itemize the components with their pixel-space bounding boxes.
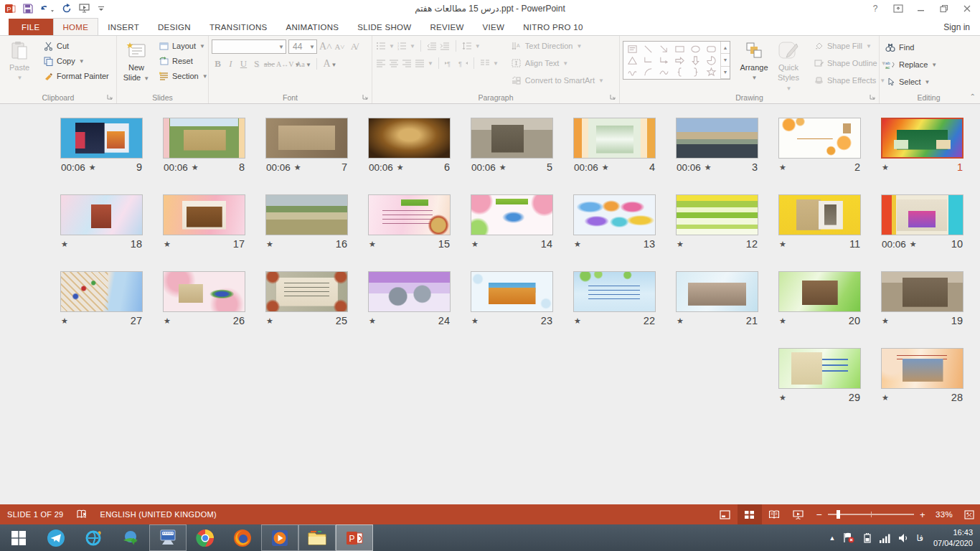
taskbar-onscreen-keyboard-icon[interactable] (149, 524, 187, 551)
tab-review[interactable]: REVIEW (420, 19, 473, 35)
restore-icon[interactable] (934, 1, 954, 16)
new-slide-button[interactable]: NewSlide ▼ (120, 37, 153, 83)
customize-qat-icon[interactable] (98, 5, 105, 12)
animation-star-icon[interactable]: ★ (779, 240, 786, 249)
slide-thumbnail-22[interactable] (573, 271, 656, 312)
animation-star-icon[interactable]: ★ (369, 240, 376, 249)
animation-star-icon[interactable]: ★ (499, 163, 507, 172)
animation-star-icon[interactable]: ★ (369, 316, 376, 326)
collapse-ribbon-icon[interactable]: ⌃ (970, 93, 976, 100)
animation-star-icon[interactable]: ★ (266, 316, 273, 326)
tab-animations[interactable]: ANIMATIONS (277, 19, 349, 35)
line-shape-icon[interactable] (641, 43, 656, 55)
slide-thumbnail-14[interactable] (471, 194, 553, 235)
shape-fill-button[interactable]: Shape Fill▼ (811, 39, 889, 53)
animation-star-icon[interactable]: ★ (882, 393, 889, 402)
slide-thumbnail-3[interactable] (676, 118, 758, 159)
slide-thumbnail-18[interactable] (60, 194, 143, 235)
slide-thumbnail-24[interactable] (368, 271, 451, 312)
taskbar-clock[interactable]: 16:43 07/04/2020 (930, 527, 973, 548)
change-case-button[interactable]: Aa▼ (294, 60, 313, 68)
arrange-dropdown-arrow[interactable]: ▼ (752, 75, 758, 82)
copy-dropdown-arrow[interactable]: ▼ (79, 58, 85, 65)
tab-view[interactable]: VIEW (473, 19, 514, 35)
font-color-button[interactable]: A▼ (321, 58, 339, 70)
save-icon[interactable] (23, 4, 33, 14)
elbow-arrow-connector-shape-icon[interactable] (656, 55, 672, 66)
isosceles-triangle-shape-icon[interactable] (625, 55, 641, 66)
action-center-flag-icon[interactable] (843, 532, 854, 543)
justify-button[interactable] (414, 57, 425, 69)
help-icon[interactable]: ? (865, 1, 885, 16)
rectangle-shape-icon[interactable] (672, 43, 688, 55)
slide-thumbnail-4[interactable] (573, 118, 656, 159)
align-right-button[interactable] (401, 57, 413, 69)
italic-button[interactable]: I (225, 58, 237, 70)
animation-star-icon[interactable]: ★ (779, 316, 786, 326)
animation-star-icon[interactable]: ★ (471, 316, 479, 326)
shape-outline-button[interactable]: Shape Outline▼ (811, 56, 889, 70)
slide-thumbnail-17[interactable] (163, 194, 245, 235)
slide-thumbnail-16[interactable] (265, 194, 348, 235)
taskbar-idm-icon[interactable] (112, 524, 149, 551)
increase-indent-button[interactable] (439, 40, 451, 52)
taskbar-powerpoint-icon[interactable]: P (336, 524, 373, 551)
taskbar-chrome-icon[interactable] (187, 524, 224, 551)
slide-thumbnail-13[interactable] (573, 194, 656, 235)
animation-star-icon[interactable]: ★ (266, 240, 273, 249)
animation-star-icon[interactable]: ★ (574, 240, 581, 249)
line-spacing-button[interactable] (461, 40, 473, 52)
taskbar-firefox-icon[interactable] (224, 524, 261, 551)
slide-thumbnail-15[interactable] (368, 194, 451, 235)
volume-icon[interactable] (898, 533, 910, 543)
taskbar-file-explorer-icon[interactable] (298, 524, 336, 551)
animation-star-icon[interactable]: ★ (677, 240, 684, 249)
animation-star-icon[interactable]: ★ (164, 316, 171, 326)
convert-to-smartart-button[interactable]: Convert to SmartArt▼ (509, 73, 606, 88)
taskbar-telegram-icon[interactable] (37, 524, 75, 551)
animation-star-icon[interactable]: ★ (910, 240, 917, 249)
network-signal-icon[interactable] (879, 533, 891, 543)
sign-in-link[interactable]: Sign in (933, 22, 980, 35)
select-button[interactable]: Select ▼ (882, 75, 939, 89)
align-center-button[interactable] (388, 57, 400, 69)
character-spacing-button[interactable]: A↔V▼ (276, 60, 293, 68)
slide-thumbnail-28[interactable] (881, 348, 963, 389)
increase-font-size-icon[interactable]: A˄ (319, 41, 331, 52)
right-brace-shape-icon[interactable] (687, 66, 703, 77)
shapes-scroll-up-icon[interactable]: ▲ (721, 42, 730, 54)
slide-thumbnail-21[interactable] (676, 271, 758, 312)
arrow-shape-icon[interactable] (656, 43, 672, 55)
zoom-slider[interactable] (828, 514, 914, 515)
tab-file[interactable]: FILE (9, 19, 53, 35)
redo-icon[interactable] (62, 4, 72, 14)
replace-button[interactable]: abac Replace ▼ (882, 57, 939, 72)
left-brace-shape-icon[interactable] (672, 66, 688, 77)
slide-thumbnail-25[interactable] (265, 271, 348, 312)
clear-formatting-icon[interactable]: A̸ (348, 41, 360, 52)
close-icon[interactable] (957, 1, 977, 16)
copy-button[interactable]: Copy ▼ (40, 54, 111, 68)
elbow-connector-shape-icon[interactable] (641, 55, 656, 66)
pie-shape-icon[interactable] (703, 55, 719, 66)
slide-sorter-view-button[interactable] (738, 504, 762, 524)
zoom-percentage[interactable]: 33% (931, 510, 953, 519)
taskbar-media-player-icon[interactable] (261, 524, 298, 551)
animation-star-icon[interactable]: ★ (294, 163, 301, 172)
oval-shape-icon[interactable] (687, 43, 703, 55)
normal-view-button[interactable] (713, 504, 738, 524)
ribbon-display-options-icon[interactable] (888, 1, 908, 16)
tab-transitions[interactable]: TRANSITIONS (200, 19, 277, 35)
tab-nitro-pro-10[interactable]: NITRO PRO 10 (514, 19, 592, 35)
reset-button[interactable]: Reset (156, 54, 210, 68)
find-button[interactable]: Find (882, 40, 939, 55)
paste-button[interactable]: Paste ▼ (3, 37, 36, 82)
taskbar-internet-explorer-icon[interactable] (75, 524, 112, 551)
slide-thumbnail-20[interactable] (778, 271, 861, 312)
reading-view-button[interactable] (762, 504, 786, 524)
drawing-dialog-launcher[interactable] (870, 94, 877, 101)
animation-star-icon[interactable]: ★ (574, 316, 581, 326)
section-dropdown-arrow[interactable]: ▼ (202, 73, 208, 80)
paste-dropdown-arrow[interactable]: ▼ (17, 75, 23, 82)
slide-thumbnail-19[interactable] (881, 271, 963, 312)
